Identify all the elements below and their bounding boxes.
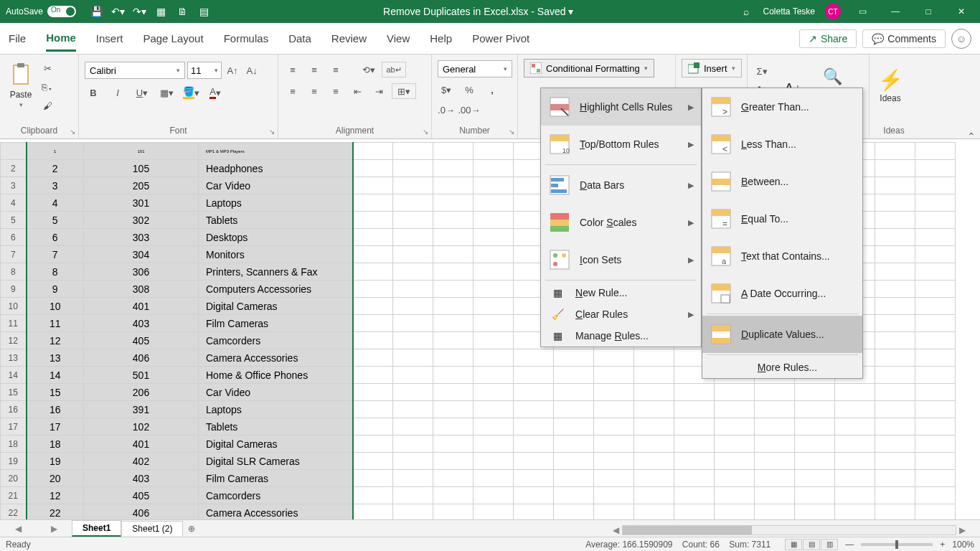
cell[interactable] (915, 298, 956, 315)
cell[interactable] (835, 384, 875, 401)
collapse-ribbon-icon[interactable]: ⌃ (967, 131, 976, 142)
cell[interactable] (755, 504, 795, 520)
cell[interactable] (353, 194, 393, 212)
cell[interactable] (795, 453, 835, 470)
cell[interactable] (433, 470, 473, 487)
sheet-tab-1[interactable]: Sheet1 (72, 520, 121, 537)
zoom-level[interactable]: 100% (952, 540, 974, 550)
cell[interactable] (915, 212, 956, 229)
cell[interactable] (514, 418, 554, 435)
cell[interactable] (473, 298, 514, 315)
cell[interactable]: 405 (84, 332, 199, 349)
conditional-formatting-button[interactable]: Conditional Formatting ▾ (524, 59, 654, 77)
cell[interactable] (433, 401, 473, 418)
cell[interactable] (393, 504, 433, 520)
cell[interactable] (353, 177, 393, 194)
cell[interactable] (674, 418, 715, 435)
cell[interactable] (875, 194, 915, 212)
close-icon[interactable]: ✕ (950, 6, 973, 17)
cell[interactable] (755, 384, 795, 401)
cell[interactable] (915, 246, 956, 263)
view-page-layout-icon[interactable]: ▤ (803, 539, 820, 550)
cell[interactable] (433, 177, 473, 194)
maximize-icon[interactable]: □ (917, 6, 940, 17)
cell[interactable]: Digital Cameras (199, 435, 353, 453)
table-row[interactable]: 2222406Camera Accessories (1, 504, 956, 520)
cell[interactable] (433, 332, 473, 349)
row-header[interactable]: 5 (1, 212, 27, 229)
cell[interactable] (393, 263, 433, 281)
cell[interactable]: Printers, Scanners & Fax (199, 263, 353, 281)
cell[interactable] (915, 177, 956, 194)
cell[interactable] (473, 212, 514, 229)
cell[interactable] (875, 160, 915, 177)
cell[interactable] (795, 487, 835, 504)
number-format-combo[interactable]: General▾ (438, 60, 512, 77)
cell[interactable] (634, 384, 674, 401)
cell[interactable] (594, 470, 634, 487)
cell[interactable] (353, 435, 393, 453)
merge-center-button[interactable]: ⊞▾ (392, 83, 416, 99)
menu-greater-than[interactable]: > Greater Than... (702, 88, 862, 126)
cell[interactable]: 206 (84, 384, 199, 401)
qat-icon-2[interactable]: 🗎 (175, 4, 189, 19)
cell[interactable] (634, 504, 674, 520)
cell[interactable] (594, 453, 634, 470)
wrap-text-button[interactable]: ab↵ (382, 62, 406, 77)
row-header[interactable]: 19 (1, 453, 27, 470)
share-button[interactable]: ↗ Share (799, 29, 857, 48)
cell[interactable] (554, 367, 594, 384)
cell[interactable] (473, 435, 514, 453)
cell[interactable] (433, 349, 473, 367)
cell[interactable] (393, 384, 433, 401)
cell[interactable]: 13 (27, 349, 84, 367)
tab-help[interactable]: Help (430, 27, 452, 50)
cell[interactable] (433, 160, 473, 177)
menu-less-than[interactable]: < Less Than... (702, 126, 862, 163)
cell[interactable] (353, 332, 393, 349)
cell[interactable]: 306 (84, 263, 199, 281)
align-right-icon[interactable]: ≡ (327, 83, 344, 99)
cell[interactable] (915, 349, 956, 367)
cell[interactable] (594, 504, 634, 520)
cell[interactable] (353, 281, 393, 298)
cell[interactable] (353, 298, 393, 315)
row-header[interactable]: 22 (1, 504, 27, 520)
align-middle-icon[interactable]: ≡ (306, 62, 323, 77)
font-color-icon[interactable]: A▾ (207, 85, 224, 100)
tab-power-pivot[interactable]: Power Pivot (472, 27, 529, 50)
cell[interactable] (473, 349, 514, 367)
cell[interactable] (473, 504, 514, 520)
cell[interactable] (835, 470, 875, 487)
row-header[interactable]: 4 (1, 194, 27, 212)
cell[interactable] (554, 487, 594, 504)
cell[interactable] (755, 487, 795, 504)
italic-button[interactable]: I (109, 85, 126, 100)
cell[interactable] (393, 453, 433, 470)
underline-button[interactable]: U▾ (133, 85, 151, 100)
cell[interactable] (795, 384, 835, 401)
cell[interactable] (875, 504, 915, 520)
cell[interactable] (875, 281, 915, 298)
cell[interactable] (433, 315, 473, 332)
cell[interactable] (875, 263, 915, 281)
align-left-icon[interactable]: ≡ (284, 83, 301, 99)
row-header[interactable]: 2 (1, 160, 27, 177)
cell[interactable] (473, 246, 514, 263)
zoom-slider[interactable] (861, 543, 933, 546)
cell[interactable] (353, 315, 393, 332)
cell[interactable] (393, 298, 433, 315)
increase-font-icon[interactable]: A↑ (224, 62, 241, 78)
cell[interactable] (393, 367, 433, 384)
cell[interactable] (795, 504, 835, 520)
decrease-indent-icon[interactable]: ⇤ (349, 83, 366, 99)
cell[interactable] (795, 418, 835, 435)
cell[interactable] (915, 281, 956, 298)
alignment-launcher-icon[interactable]: ↘ (423, 128, 428, 136)
menu-duplicate-values[interactable]: Duplicate Values... (702, 316, 862, 353)
cell[interactable] (915, 143, 956, 160)
cell[interactable] (514, 487, 554, 504)
cell[interactable] (715, 384, 755, 401)
menu-equal-to[interactable]: = Equal To... (702, 200, 862, 237)
cell[interactable] (915, 160, 956, 177)
